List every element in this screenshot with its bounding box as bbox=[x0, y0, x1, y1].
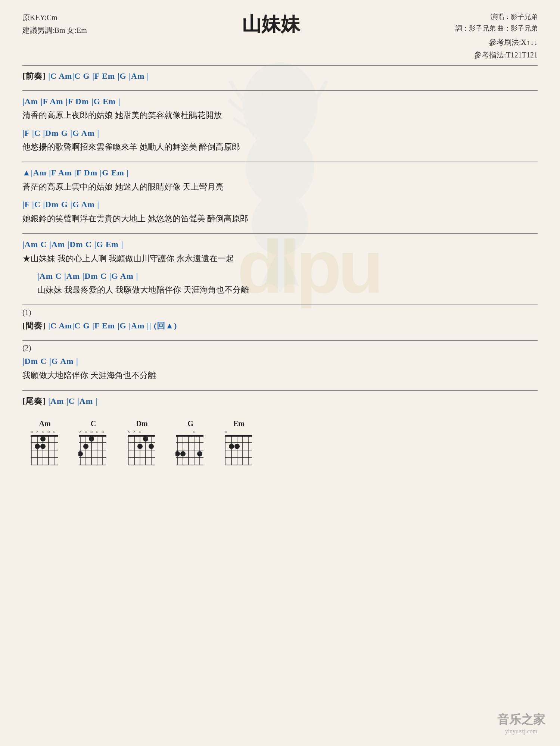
chorus-section: |Am C |Am |Dm C |G Em | ★山妹妹 我的心上人啊 我願做山… bbox=[22, 237, 538, 297]
logo-main-text: 音乐之家 bbox=[497, 712, 545, 728]
logo-sub-text: yinyuezj.com bbox=[497, 728, 545, 735]
verse2-line2-chords: |F |C |Dm G |G Am | bbox=[22, 197, 538, 212]
suggested-key: 建議男調:Bm 女:Em bbox=[22, 24, 87, 37]
outro-label: [尾奏] bbox=[22, 396, 48, 406]
svg-point-40 bbox=[83, 444, 88, 449]
chord-em-name: Em bbox=[233, 419, 245, 428]
interlude-section: (1) [間奏] |C Am|C G |F Em |G |Am || (回▲) bbox=[22, 308, 538, 333]
svg-text:×: × bbox=[133, 430, 136, 434]
chord-diagrams: Am ○ × ○ ○ ○ bbox=[22, 419, 538, 467]
verse1-line1-lyrics: 清香的高原上夜郎的姑娘 她甜美的笑容就像杜鵑花開放 bbox=[22, 109, 538, 122]
song-title-area: 山妹妹 bbox=[87, 11, 455, 37]
chord-dm-name: Dm bbox=[136, 419, 147, 428]
verse1-line1-chords: |Am |F Am |F Dm |G Em | bbox=[22, 94, 538, 109]
section-divider-5 bbox=[22, 340, 538, 341]
svg-point-56 bbox=[143, 436, 148, 441]
svg-point-57 bbox=[149, 444, 154, 449]
svg-point-21 bbox=[35, 444, 40, 449]
prelude-chords: [前奏] |C Am|C G |F Em |G |Am | bbox=[22, 69, 538, 84]
verse2-section: ▲|Am |F Am |F Dm |G Em | 蒼茫的高原上雲中的姑娘 她迷人… bbox=[22, 165, 538, 225]
performer-info: 演唱：影子兄弟 詞：影子兄弟 曲：影子兄弟 bbox=[455, 11, 538, 34]
prelude-section: [前奏] |C Am|C G |F Em |G |Am | bbox=[22, 69, 538, 84]
chord-am: Am ○ × ○ ○ ○ bbox=[30, 419, 60, 467]
interlude-number: (1) bbox=[22, 308, 538, 317]
svg-point-22 bbox=[40, 444, 46, 449]
section-divider-4 bbox=[22, 305, 538, 305]
svg-point-86 bbox=[229, 444, 234, 449]
chord-dm-grid: × × ○ bbox=[127, 430, 157, 467]
chord-dm: Dm × × ○ bbox=[127, 419, 157, 467]
verse1-line2-lyrics: 他悠揚的歌聲啊招來雲雀喚來羊 她動人的舞姿美 醉倒高原郎 bbox=[22, 140, 538, 153]
chord-g-grid: ○ bbox=[175, 430, 205, 467]
strum-pattern: 參考刷法:X↑↓↓ bbox=[474, 36, 538, 49]
ending-line1-lyrics: 我願做大地陪伴你 天涯海角也不分離 bbox=[22, 369, 538, 382]
pick-pattern: 參考指法:T121T121 bbox=[474, 49, 538, 61]
star-marker: ★ bbox=[22, 254, 31, 263]
svg-point-39 bbox=[89, 436, 94, 441]
chord-g-name: G bbox=[187, 419, 193, 428]
svg-point-58 bbox=[137, 444, 143, 449]
section-divider-1 bbox=[22, 90, 538, 91]
outro-section: [尾奏] |Am |C |Am | bbox=[22, 394, 538, 409]
chorus-line2-chords: |Am C |Am |Dm C |G Am | bbox=[22, 269, 538, 284]
svg-text:○: ○ bbox=[53, 430, 55, 434]
ending-number: (2) bbox=[22, 344, 538, 352]
chord-am-grid: ○ × ○ ○ ○ bbox=[30, 430, 60, 467]
triangle-marker: ▲ bbox=[22, 168, 31, 177]
header-divider bbox=[22, 65, 538, 66]
site-logo: 音乐之家 yinyuezj.com bbox=[497, 712, 545, 735]
ending-section: (2) |Dm C |G Am | 我願做大地陪伴你 天涯海角也不分離 bbox=[22, 344, 538, 382]
prelude-label: [前奏] bbox=[22, 71, 48, 81]
chorus-line1-lyrics: ★山妹妹 我的心上人啊 我願做山川守護你 永永遠遠在一起 bbox=[22, 252, 538, 265]
verse2-line2-lyrics: 她銀鈴的笑聲啊浮在雲貴的大地上 她悠悠的笛聲美 醉倒高原郎 bbox=[22, 212, 538, 225]
chord-c: C × ○ ○ ○ ○ bbox=[78, 419, 108, 467]
svg-text:×: × bbox=[128, 430, 130, 434]
svg-text:○: ○ bbox=[30, 430, 33, 434]
song-title: 山妹妹 bbox=[87, 11, 455, 37]
chord-g: G ○ bbox=[175, 419, 205, 467]
svg-text:×: × bbox=[79, 430, 82, 434]
chord-am-name: Am bbox=[39, 419, 50, 428]
technique-info: 參考刷法:X↑↓↓ 參考指法:T121T121 bbox=[474, 36, 538, 61]
svg-text:○: ○ bbox=[193, 430, 195, 434]
svg-text:○: ○ bbox=[139, 430, 141, 434]
chord-c-grid: × ○ ○ ○ ○ bbox=[78, 430, 108, 467]
verse2-line1-chords: ▲|Am |F Am |F Dm |G Em | bbox=[22, 165, 538, 180]
outro-chords: [尾奏] |Am |C |Am | bbox=[22, 394, 538, 409]
svg-text:○: ○ bbox=[224, 430, 227, 434]
interlude-chords: [間奏] |C Am|C G |F Em |G |Am || (回▲) bbox=[22, 318, 538, 333]
svg-text:×: × bbox=[36, 430, 39, 434]
svg-text:○: ○ bbox=[41, 430, 44, 434]
svg-point-87 bbox=[234, 444, 240, 449]
svg-text:○: ○ bbox=[96, 430, 98, 434]
chord-c-name: C bbox=[91, 419, 96, 428]
verse1-line2-chords: |F |C |Dm G |G Am | bbox=[22, 126, 538, 141]
svg-point-72 bbox=[175, 451, 180, 456]
chord-em: Em ○ bbox=[224, 419, 254, 467]
key-info: 原KEY:Cm 建議男調:Bm 女:Em bbox=[22, 11, 87, 37]
chorus-line1-chords: |Am C |Am |Dm C |G Em | bbox=[22, 237, 538, 252]
lyricist: 詞：影子兄弟 曲：影子兄弟 bbox=[455, 23, 538, 34]
section-divider-6 bbox=[22, 390, 538, 391]
header: 原KEY:Cm 建議男調:Bm 女:Em 山妹妹 演唱：影子兄弟 詞：影子兄弟 … bbox=[22, 11, 538, 61]
svg-point-20 bbox=[40, 436, 46, 441]
verse2-line1-lyrics: 蒼茫的高原上雲中的姑娘 她迷人的眼睛好像 天上彎月亮 bbox=[22, 180, 538, 193]
svg-text:○: ○ bbox=[101, 430, 104, 434]
svg-text:○: ○ bbox=[90, 430, 93, 434]
original-key: 原KEY:Cm bbox=[22, 11, 87, 24]
ending-line1-chords: |Dm C |G Am | bbox=[22, 354, 538, 369]
svg-point-41 bbox=[78, 451, 83, 456]
verse1-section: |Am |F Am |F Dm |G Em | 清香的高原上夜郎的姑娘 她甜美的… bbox=[22, 94, 538, 154]
chord-em-grid: ○ bbox=[224, 430, 254, 467]
interlude-label: [間奏] bbox=[22, 321, 48, 330]
svg-point-73 bbox=[197, 451, 202, 456]
chorus-line2-lyrics: 山妹妹 我最疼愛的人 我願做大地陪伴你 天涯海角也不分離 bbox=[22, 283, 538, 296]
svg-text:○: ○ bbox=[84, 430, 87, 434]
section-divider-2 bbox=[22, 162, 538, 162]
performer: 演唱：影子兄弟 bbox=[455, 11, 538, 23]
svg-text:○: ○ bbox=[47, 430, 50, 434]
svg-point-71 bbox=[180, 451, 186, 456]
section-divider-3 bbox=[22, 233, 538, 234]
